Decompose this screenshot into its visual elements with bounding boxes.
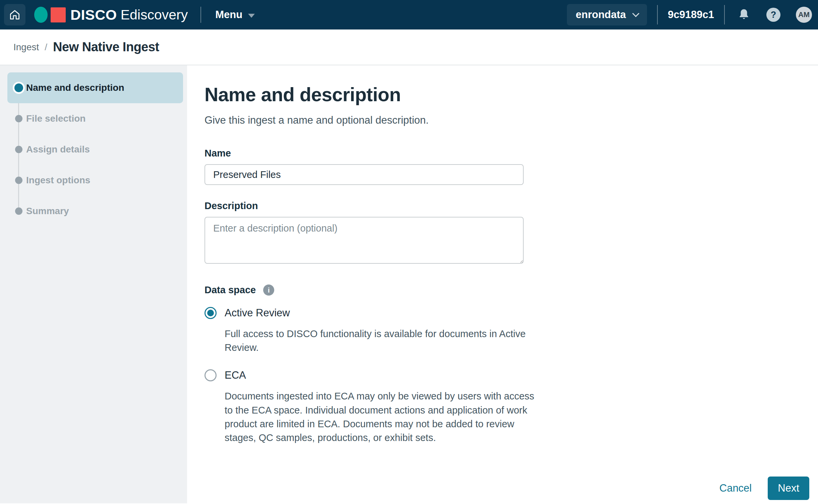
chevron-down-icon xyxy=(632,10,639,17)
brand-name: DISCO xyxy=(70,7,117,23)
content: Name and description File selection Assi… xyxy=(0,65,818,503)
step-item-file-selection[interactable]: File selection xyxy=(0,103,187,134)
radio-active-review[interactable]: Active Review xyxy=(204,307,818,319)
menu-label: Menu xyxy=(215,9,242,21)
step-item-ingest-options[interactable]: Ingest options xyxy=(0,165,187,196)
logo-red-square-icon xyxy=(51,7,66,22)
radio-label: ECA xyxy=(225,369,246,381)
step-dot xyxy=(14,83,23,92)
name-label: Name xyxy=(204,148,818,159)
breadcrumb-separator: / xyxy=(45,42,47,53)
step-label: Name and description xyxy=(26,82,124,93)
step-dot xyxy=(15,146,22,153)
radio-description: Documents ingested into ECA may only be … xyxy=(225,389,593,445)
step-label: Assign details xyxy=(26,144,90,155)
question-icon: ? xyxy=(771,10,776,20)
topbar-right: enrondata 9c9189c1 ? AM xyxy=(567,4,818,25)
data-space-label: Data space xyxy=(204,285,256,296)
radio-dot xyxy=(207,310,214,316)
radio-unselected-icon xyxy=(204,369,217,381)
logo-teal-dot-icon xyxy=(34,7,48,23)
data-space-header: Data space i xyxy=(204,285,818,296)
step-label: File selection xyxy=(26,113,85,124)
page-subtitle: Give this ingest a name and optional des… xyxy=(204,114,818,126)
caret-down-icon xyxy=(248,14,255,18)
avatar-initials: AM xyxy=(798,10,810,19)
step-item-name-and-description[interactable]: Name and description xyxy=(7,72,183,103)
name-input[interactable] xyxy=(204,164,524,185)
breadcrumb-current: New Native Ingest xyxy=(53,40,159,54)
breadcrumb: Ingest / New Native Ingest xyxy=(0,29,818,65)
topbar-divider xyxy=(657,5,658,24)
topbar: DISCO Ediscovery Menu enrondata 9c9189c1… xyxy=(0,0,818,29)
step-item-summary[interactable]: Summary xyxy=(0,196,187,227)
matter-id: 9c9189c1 xyxy=(668,9,714,21)
page-title: Name and description xyxy=(204,83,818,106)
step-label: Ingest options xyxy=(26,175,90,186)
cancel-button[interactable]: Cancel xyxy=(719,482,752,494)
step-label: Summary xyxy=(26,206,69,216)
ingest-steps-sidebar: Name and description File selection Assi… xyxy=(0,65,187,503)
next-button[interactable]: Next xyxy=(768,477,809,500)
notifications-button[interactable] xyxy=(737,8,751,22)
step-dot xyxy=(15,177,22,184)
breadcrumb-parent[interactable]: Ingest xyxy=(13,42,39,53)
actions-bar: Cancel Next xyxy=(719,477,809,500)
org-label: enrondata xyxy=(576,9,626,21)
brand-logo: DISCO Ediscovery xyxy=(34,7,188,23)
avatar[interactable]: AM xyxy=(796,7,812,23)
radio-label: Active Review xyxy=(225,307,290,319)
radio-selected-icon xyxy=(204,307,217,319)
radio-eca[interactable]: ECA xyxy=(204,369,818,381)
step-dot xyxy=(15,115,22,122)
org-switcher[interactable]: enrondata xyxy=(567,4,647,25)
main-panel: Name and description Give this ingest a … xyxy=(187,65,818,503)
step-dot xyxy=(15,207,22,215)
description-label: Description xyxy=(204,200,818,211)
topbar-divider xyxy=(200,7,201,23)
bell-icon xyxy=(737,8,751,22)
radio-description: Full access to DISCO functionality is av… xyxy=(225,327,593,355)
home-icon xyxy=(8,8,21,21)
help-button[interactable]: ? xyxy=(766,8,780,22)
brand-suffix: Ediscovery xyxy=(121,7,188,23)
home-button[interactable] xyxy=(4,4,25,25)
topbar-divider xyxy=(724,5,725,24)
step-item-assign-details[interactable]: Assign details xyxy=(0,134,187,165)
description-textarea[interactable] xyxy=(204,217,524,264)
menu-button[interactable]: Menu xyxy=(215,9,255,21)
info-icon[interactable]: i xyxy=(263,285,274,296)
